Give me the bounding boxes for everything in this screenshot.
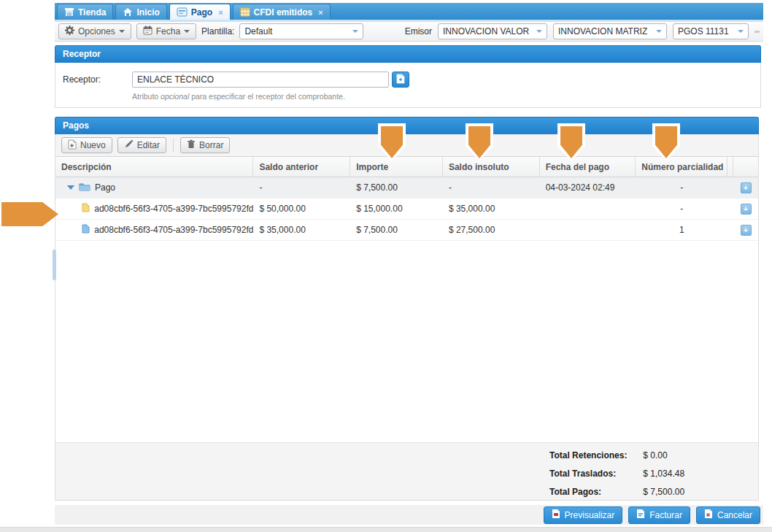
borrar-button[interactable]: Borrar [180,137,230,153]
row-description: ad08cbf6-56f3-4705-a399-7bc5995792fd [94,204,253,214]
col-header-numero-parcialidad[interactable]: Número parcialidad [636,157,727,177]
row-add-button[interactable]: + [741,225,752,236]
chevron-down-icon [738,30,744,33]
fecha-button[interactable]: Fecha [136,23,196,39]
tab-label: Pago [191,7,212,18]
preview-document-icon [552,509,560,521]
col-header-spacer [727,157,733,177]
action-bar: Previsualizar Facturar Cancelar [55,505,763,525]
receptor-input[interactable] [132,72,389,88]
cell-saldo-insoluto: - [443,177,540,198]
total-value: $ 7,500.00 [643,487,684,497]
cell-importe: $ 7,500.00 [350,220,443,240]
total-label: Total Retenciones: [549,447,641,465]
cell-importe: $ 15,000.00 [350,198,443,219]
total-traslados-row: Total Traslados: $ 1,034.48 [55,465,758,483]
collapse-handle[interactable] [754,31,760,33]
tab-cfdi-emitidos[interactable]: CFDI emitidos × [233,4,331,20]
annotation-pointer-importe [378,123,406,161]
cancelar-button[interactable]: Cancelar [696,506,760,524]
plantilla-value: Default [244,26,272,36]
table-row[interactable]: Pago - $ 7,500.00 - 04-03-2024 02:49 - + [55,177,758,198]
editar-button[interactable]: Editar [117,137,166,153]
plantilla-select[interactable]: Default [239,23,363,39]
tab-label: CFDI emitidos [254,7,313,18]
form-icon [177,7,188,17]
borrar-label: Borrar [199,140,223,150]
grid-icon [240,7,250,17]
main-toolbar: Opciones Fecha Plantilla: Default Emisor… [55,22,763,42]
total-retenciones-row: Total Retenciones: $ 0.00 [55,447,758,465]
pencil-icon [124,139,134,151]
plantilla-label: Plantilla: [201,26,234,36]
page-bottom-strip [0,527,772,532]
chevron-down-icon [536,30,542,33]
emisor-value: INNOVACION VALOR [443,26,529,36]
receptor-panel-body: Receptor: Atributo opcional para especif… [55,63,761,108]
receptor-label: Receptor: [63,74,101,85]
cell-saldo-anterior: $ 50,000.00 [253,198,350,219]
annotation-pointer-saldo-insoluto [466,123,493,161]
grid-empty-area [55,241,758,442]
document-blue-icon [82,224,90,236]
opciones-button[interactable]: Opciones [58,23,131,39]
receptor-panel: Receptor Receptor: Atributo opcional par… [55,45,761,108]
close-icon[interactable]: × [218,9,223,16]
annotation-pointer-row [1,202,58,226]
total-label: Total Pagos: [549,483,641,501]
cell-saldo-anterior: $ 35,000.00 [253,220,350,240]
store-icon [64,7,74,17]
chevron-down-icon [184,30,190,33]
row-add-button[interactable]: + [741,204,752,215]
tab-tienda[interactable]: Tienda [57,4,113,20]
row-add-button[interactable]: + [741,182,752,193]
cell-numero-parcialidad: 1 [636,220,727,240]
receptor-search-button[interactable] [392,72,409,88]
close-icon[interactable]: × [318,9,323,16]
total-value: $ 0.00 [643,450,667,460]
calendar-icon [143,26,153,37]
cell-saldo-anterior: - [253,177,350,198]
table-row[interactable]: ad08cbf6-56f3-4705-a399-7bc5995792fd $ 3… [55,220,758,241]
chevron-down-icon [656,30,662,33]
cell-saldo-insoluto: $ 35,000.00 [443,198,540,219]
previsualizar-button[interactable]: Previsualizar [544,506,623,524]
receptor-hint: Atributo opcional para especificar el re… [132,92,345,101]
fecha-label: Fecha [156,26,180,36]
previsualizar-label: Previsualizar [565,510,615,520]
sucursal-select[interactable]: INNOVACION MATRIZ [553,23,667,39]
home-icon [123,7,133,17]
chevron-down-icon [119,30,125,33]
serie-select[interactable]: PGOS 11131 [673,23,749,39]
emisor-label: Emisor [405,26,432,36]
table-row[interactable]: ad08cbf6-56f3-4705-a399-7bc5995792fd $ 5… [55,198,758,220]
folder-icon [79,182,90,193]
cell-numero-parcialidad: - [636,177,727,198]
cell-numero-parcialidad: - [636,198,727,219]
facturar-label: Facturar [649,510,682,520]
col-header-fecha-del-pago[interactable]: Fecha del pago [540,157,636,177]
splitter-handle[interactable] [53,250,56,280]
total-pagos-row: Total Pagos: $ 7,500.00 [55,483,758,501]
tab-pago[interactable]: Pago × [169,4,231,20]
cell-importe: $ 7,500.00 [350,177,443,198]
cell-fecha-del-pago [540,220,636,240]
emisor-group: Emisor INNOVACION VALOR INNOVACION MATRI… [405,23,760,39]
chevron-down-icon [352,30,358,33]
pagos-panel: Pagos Nuevo Editar [55,117,759,501]
tab-inicio[interactable]: Inicio [115,4,166,20]
trash-icon [187,139,196,151]
col-header-descripcion[interactable]: Descripción [55,157,253,177]
annotation-pointer-fecha-del-pago [557,123,585,161]
totals-footer: Total Retenciones: $ 0.00 Total Traslado… [55,442,758,500]
facturar-button[interactable]: Facturar [628,506,690,524]
cancel-document-icon [704,509,713,521]
cancelar-label: Cancelar [717,510,752,520]
gear-icon [65,26,74,37]
row-description: Pago [95,182,115,193]
nuevo-button[interactable]: Nuevo [61,137,112,153]
row-description: ad08cbf6-56f3-4705-a399-7bc5995792fd [94,225,253,235]
emisor-select[interactable]: INNOVACION VALOR [438,23,547,39]
col-header-saldo-anterior[interactable]: Saldo anterior [253,157,350,177]
collapse-arrow-icon[interactable] [67,185,74,190]
